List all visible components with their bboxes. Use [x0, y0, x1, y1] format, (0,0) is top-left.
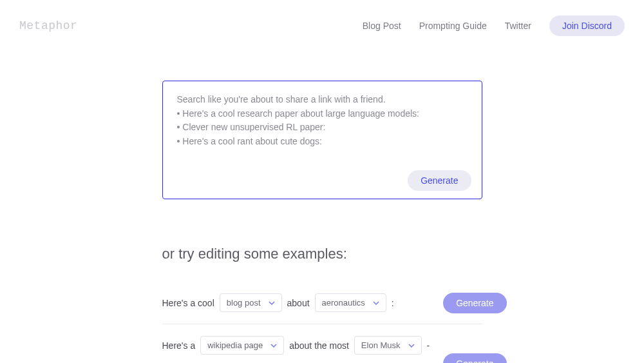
chevron-down-icon [269, 300, 275, 306]
dropdown-value: aeronautics [322, 298, 365, 308]
generate-example-button[interactable]: Generate [443, 293, 506, 313]
main-content: Search like you're about to share a link… [0, 52, 644, 363]
generate-search-button[interactable]: Generate [408, 170, 471, 191]
chevron-down-icon [270, 342, 277, 349]
search-box[interactable]: Search like you're about to share a link… [162, 81, 482, 199]
example-row: Here's a wikipedia page about the most E… [162, 324, 482, 363]
nav-prompting-guide[interactable]: Prompting Guide [419, 21, 487, 31]
dropdown-value: blog post [227, 298, 261, 308]
dropdown-value: Elon Musk [361, 340, 401, 350]
search-intro-line: Search like you're about to share a link… [177, 93, 468, 107]
nav-links: Blog Post Prompting Guide Twitter Join D… [363, 15, 625, 36]
header: Metaphor Blog Post Prompting Guide Twitt… [0, 0, 644, 52]
example-text-suffix: - [427, 340, 430, 351]
examples-title: or try editing some examples: [162, 246, 482, 262]
examples-section: or try editing some examples: Here's a c… [162, 246, 482, 363]
join-discord-button[interactable]: Join Discord [549, 15, 625, 36]
nav-twitter[interactable]: Twitter [505, 21, 531, 31]
chevron-down-icon [373, 300, 379, 306]
example-dropdown-type[interactable]: blog post [220, 293, 282, 312]
search-example-bullet: • Here's a cool research paper about lar… [177, 107, 468, 121]
example-text-prefix: Here's a cool [162, 298, 214, 308]
search-example-bullet: • Clever new unsupervised RL paper: [177, 121, 468, 135]
nav-blog-post[interactable]: Blog Post [363, 21, 401, 31]
logo[interactable]: Metaphor [19, 19, 77, 32]
example-row: Here's a cool blog post about aeronautic… [162, 282, 482, 324]
example-dropdown-type[interactable]: wikipedia page [200, 336, 284, 355]
example-text-suffix: : [392, 298, 394, 308]
dropdown-value: wikipedia page [207, 340, 263, 350]
example-text-middle: about the most [289, 340, 349, 351]
example-text-prefix: Here's a [162, 340, 196, 351]
example-text-middle: about [287, 298, 310, 308]
generate-example-button[interactable]: Generate [443, 353, 506, 363]
example-dropdown-topic[interactable]: Elon Musk [354, 336, 422, 355]
example-dropdown-topic[interactable]: aeronautics [315, 293, 386, 312]
search-example-bullet: • Here's a cool rant about cute dogs: [177, 135, 468, 149]
chevron-down-icon [408, 342, 415, 349]
search-placeholder-text: Search like you're about to share a link… [177, 93, 468, 149]
